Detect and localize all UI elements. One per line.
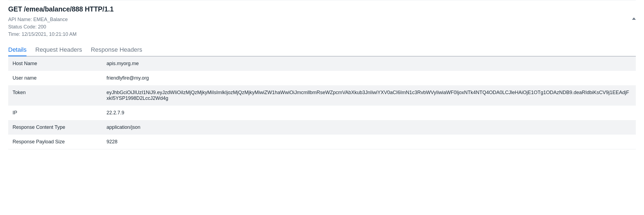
table-row: Host Name apis.myorg.me (8, 56, 636, 71)
detail-label-payload-size: Response Payload Size (8, 135, 107, 149)
collapse-toggle[interactable] (632, 17, 636, 21)
status-code-label: Status Code: (8, 24, 38, 30)
table-row: Response Payload Size 9228 (8, 135, 636, 149)
request-title: GET /emea/balance/888 HTTP/1.1 (8, 5, 636, 13)
request-header-section: GET /emea/balance/888 HTTP/1.1 API Name:… (8, 5, 636, 38)
time-value: 12/15/2021, 10:21:10 AM (22, 31, 76, 37)
detail-value-token: eyJhbGciOiJIUzI1NiJ9.eyJzdWIiOiIzMjQzMjk… (107, 85, 636, 106)
detail-label-content-type: Response Content Type (8, 120, 107, 135)
api-name-label: API Name: (8, 17, 33, 22)
api-name-value: EMEA_Balance (33, 17, 68, 22)
top-divider (8, 0, 636, 0)
detail-value-content-type: application/json (107, 120, 636, 135)
detail-value-username: friendlyfire@my.org (107, 71, 636, 85)
details-table: Host Name apis.myorg.me User name friend… (8, 56, 636, 149)
detail-label-hostname: Host Name (8, 56, 107, 71)
time-label: Time: (8, 31, 22, 37)
status-code-line: Status Code: 200 (8, 23, 636, 31)
detail-label-token: Token (8, 85, 107, 106)
status-code-value: 200 (38, 24, 46, 30)
detail-label-ip: IP (8, 106, 107, 120)
tab-request-headers[interactable]: Request Headers (35, 46, 82, 56)
tabs: Details Request Headers Response Headers (8, 46, 636, 56)
bottom-divider (8, 149, 636, 149)
caret-up-icon (632, 17, 636, 21)
time-line: Time: 12/15/2021, 10:21:10 AM (8, 31, 636, 38)
table-row: User name friendlyfire@my.org (8, 71, 636, 85)
table-row: IP 22.2.7.9 (8, 106, 636, 120)
api-name-line: API Name: EMEA_Balance (8, 16, 636, 23)
table-row: Response Content Type application/json (8, 120, 636, 135)
detail-value-hostname: apis.myorg.me (107, 56, 636, 71)
detail-label-username: User name (8, 71, 107, 85)
table-row: Token eyJhbGciOiJIUzI1NiJ9.eyJzdWIiOiIzM… (8, 85, 636, 106)
tab-response-headers[interactable]: Response Headers (91, 46, 142, 56)
detail-value-payload-size: 9228 (107, 135, 636, 149)
detail-value-ip: 22.2.7.9 (107, 106, 636, 120)
tab-details[interactable]: Details (8, 46, 26, 56)
